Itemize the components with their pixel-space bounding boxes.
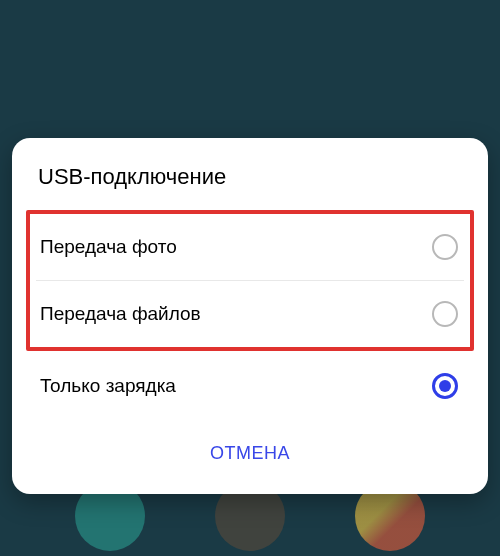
option-label: Передача файлов <box>40 303 201 325</box>
radio-unchecked-icon <box>432 234 458 260</box>
option-photo-transfer[interactable]: Передача фото <box>30 214 470 280</box>
option-label: Только зарядка <box>40 375 176 397</box>
radio-unchecked-icon <box>432 301 458 327</box>
usb-connection-dialog: USB-подключение Передача фото Передача ф… <box>12 138 488 494</box>
option-charging-only[interactable]: Только зарядка <box>12 351 488 421</box>
radio-checked-icon <box>432 373 458 399</box>
annotation-highlight: Передача фото Передача файлов <box>26 210 474 351</box>
option-label: Передача фото <box>40 236 177 258</box>
dialog-actions: ОТМЕНА <box>12 421 488 494</box>
dialog-title: USB-подключение <box>12 138 488 210</box>
option-file-transfer[interactable]: Передача файлов <box>30 281 470 347</box>
cancel-button[interactable]: ОТМЕНА <box>194 435 306 472</box>
